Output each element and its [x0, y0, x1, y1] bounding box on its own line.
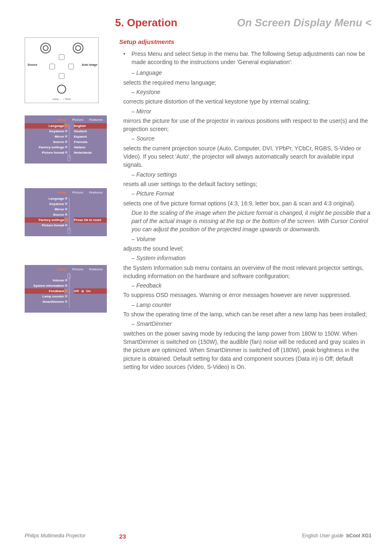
osd-item: Picture format: [42, 223, 64, 227]
osd-item: Lamp counter: [42, 295, 64, 298]
footer-model: bCool XG1: [346, 533, 371, 539]
footer-guide: User guide: [320, 533, 344, 539]
osd-tab-picture: Picture: [72, 191, 83, 194]
osd-tab-picture: Picture: [72, 118, 83, 122]
osd-off-label: Off: [74, 289, 79, 293]
item-name: – Keystone: [131, 89, 160, 95]
illustration-column: Source Auto Image Lamp ○ ○ Temp Setup Pi…: [25, 37, 107, 372]
ring-button-icon: [73, 43, 83, 53]
osd-item: Language: [48, 197, 64, 200]
osd-item: Feedback: [49, 289, 64, 293]
osd-item: Source: [53, 213, 64, 216]
page-number: 23: [119, 533, 126, 540]
page-title: On Screen Display Menu <: [237, 16, 371, 29]
osd-item: Volume: [53, 279, 64, 282]
osd-item: Mirror: [55, 135, 64, 138]
item-name: – Lamp counter: [131, 302, 171, 308]
intro-text: Press Menu and select Setup in the menu …: [119, 50, 371, 67]
item-note: Due to the scaling of the image when the…: [131, 209, 371, 234]
item-name: – Mirror: [131, 108, 151, 115]
osd-tab-features: Features: [89, 191, 103, 194]
scroll-indicator-icon: [67, 273, 71, 279]
osd-value: Press Ok to reset: [74, 218, 101, 222]
osd-screenshot-language: Setup Picture Features Language Keystone…: [25, 115, 107, 164]
item-name: – Factory settings: [131, 171, 177, 178]
osd-item: Keystone: [49, 202, 64, 206]
osd-value: Nederlands: [74, 151, 92, 154]
osd-value: Francais: [74, 140, 88, 144]
osd-screenshot-factory: Setup Picture Features Language Keystone…: [25, 188, 107, 236]
osd-tab-features: Features: [89, 267, 103, 271]
panel-autoimage-label: Auto Image: [82, 63, 97, 66]
page-footer: Philips Multimedia Projector 23 English …: [25, 533, 371, 539]
item-desc: the System Information sub menu contains…: [123, 264, 371, 281]
osd-item: Keystone: [49, 129, 64, 133]
body-text-column: Setup adjustments Press Menu and select …: [119, 37, 371, 372]
item-desc: selects the required menu language;: [123, 78, 371, 87]
osd-on-label: On: [86, 289, 91, 293]
osd-value: Italiano: [74, 145, 85, 149]
osd-item: Source: [53, 140, 64, 144]
osd-tab-setup: Setup: [57, 191, 66, 194]
item-desc: switches on the power saving mode by red…: [123, 329, 371, 371]
footer-language: English: [302, 533, 318, 539]
item-desc: selects the current projection source (A…: [123, 144, 371, 169]
dpad-icon: [49, 54, 74, 79]
item-name: – System information: [131, 255, 186, 261]
osd-value: English: [74, 124, 86, 128]
osd-item: Mirror: [55, 207, 64, 211]
panel-temp-label: Temp: [65, 98, 71, 100]
osd-screenshot-feedback: Setup Picture Features Volume System inf…: [25, 265, 107, 313]
footer-brand: Philips Multimedia Projector: [25, 533, 85, 539]
item-name: – Source: [131, 135, 154, 142]
item-name: – Volume: [131, 236, 156, 242]
osd-tab-features: Features: [89, 118, 103, 122]
osd-item: Factory settings: [39, 145, 64, 149]
osd-tab-setup: Setup: [57, 118, 66, 122]
item-desc: mirrors the picture for use of the proje…: [123, 117, 371, 134]
subsection-title: Setup adjustments: [119, 37, 371, 46]
item-name: – SmartDimmer: [131, 320, 172, 327]
osd-item: Picture format: [42, 151, 64, 154]
osd-item: SmartDimmer: [43, 300, 64, 304]
standby-button-icon: [57, 85, 66, 94]
radio-icon: [81, 290, 84, 292]
osd-tab-picture: Picture: [72, 267, 83, 271]
panel-source-label: Source: [28, 63, 37, 66]
item-name: – Language: [131, 69, 162, 76]
item-desc: To suppress OSD messages. Warning or err…: [123, 291, 371, 299]
osd-tab-setup: Setup: [57, 267, 66, 271]
item-name: – Feedback: [131, 282, 161, 289]
item-desc: selects one of five picture format optio…: [123, 199, 371, 207]
osd-value: Espanol: [74, 135, 87, 138]
osd-item: Factory settings: [39, 218, 64, 222]
control-panel-diagram: Source Auto Image Lamp ○ ○ Temp: [25, 37, 99, 103]
osd-item: Language: [48, 124, 64, 128]
ring-button-icon: [40, 43, 51, 53]
item-desc: resets all user settings to the default …: [123, 180, 371, 188]
panel-lamp-label: Lamp: [52, 98, 58, 100]
section-title: 5. Operation: [115, 16, 178, 29]
item-desc: To show the operating time of the lamp, …: [123, 310, 371, 318]
scroll-indicator-icon: [67, 228, 71, 234]
item-desc: adjusts the sound level;: [123, 244, 371, 253]
osd-item: System information: [33, 284, 64, 288]
osd-value: Deutsch: [74, 129, 87, 133]
item-desc: corrects picture distortion of the verti…: [123, 97, 371, 106]
scroll-indicator-icon: [67, 155, 71, 161]
item-name: – Picture Format: [131, 190, 174, 197]
